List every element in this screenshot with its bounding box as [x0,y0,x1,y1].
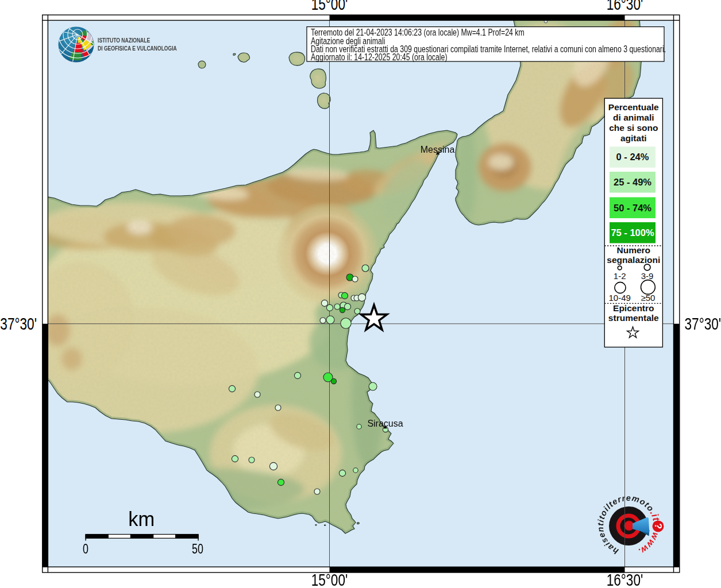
svg-text:37°30': 37°30' [0,315,37,334]
svg-text:0: 0 [83,541,88,556]
svg-text:50 - 74%: 50 - 74% [614,203,651,213]
svg-text:0 - 24%: 0 - 24% [616,152,649,162]
svg-text:di animali: di animali [613,113,654,122]
svg-text:16°30': 16°30' [607,570,643,588]
svg-text:37°30': 37°30' [684,315,721,334]
svg-text:10-49: 10-49 [609,293,631,303]
svg-text:DI GEOFISICA E VULCANOLOGIA: DI GEOFISICA E VULCANOLOGIA [98,45,177,52]
svg-text:15°00': 15°00' [311,0,348,14]
svg-text:Percentuale: Percentuale [608,102,659,112]
svg-text:≥50: ≥50 [641,293,655,303]
svg-text:75 - 100%: 75 - 100% [611,227,654,238]
svg-text:Epicentro: Epicentro [613,303,654,313]
svg-text:ISTITUTO NAZIONALE: ISTITUTO NAZIONALE [98,37,151,44]
svg-text:strumentale: strumentale [608,313,659,323]
svg-text:16°30': 16°30' [607,0,643,14]
svg-text:50: 50 [192,541,203,556]
svg-text:segnalazioni: segnalazioni [607,255,660,265]
svg-text:?: ? [653,523,664,529]
svg-text:15°00': 15°00' [311,570,348,588]
svg-text:km: km [128,508,155,530]
svg-text:1-2: 1-2 [614,271,626,281]
svg-text:Aggiornato il: 14-12-2025 20:4: Aggiornato il: 14-12-2025 20:45 (ora loc… [311,52,448,63]
svg-text:che si sono: che si sono [609,123,658,133]
svg-text:3-9: 3-9 [641,271,654,281]
svg-text:agitati: agitati [620,133,647,143]
svg-text:Numero: Numero [617,245,651,255]
svg-text:25 - 49%: 25 - 49% [614,177,651,187]
